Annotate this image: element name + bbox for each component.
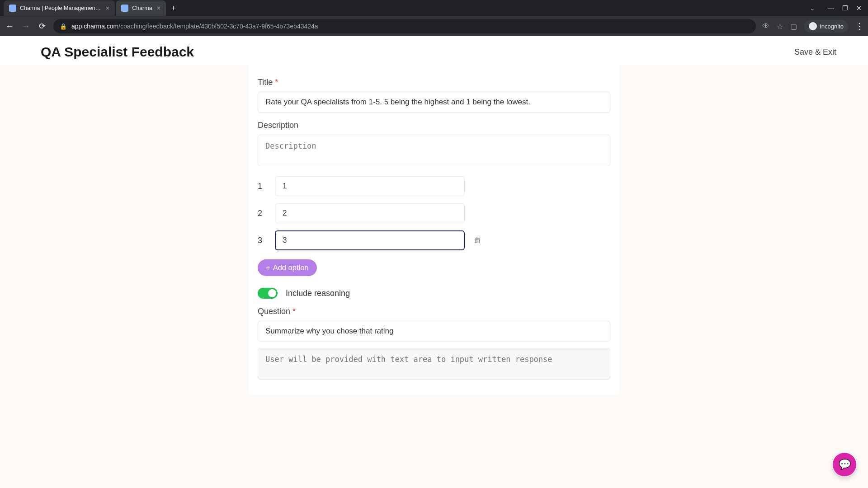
- delete-option-icon[interactable]: 🗑: [474, 236, 481, 245]
- option-row: 2: [258, 203, 610, 223]
- eye-off-icon[interactable]: 👁: [762, 22, 769, 30]
- browser-tab[interactable]: Charma ×: [116, 0, 166, 16]
- install-icon[interactable]: ▢: [790, 22, 797, 31]
- url-path: /coaching/feedback/template/430bf502-3c7…: [118, 23, 318, 30]
- incognito-badge[interactable]: Incognito: [804, 20, 848, 33]
- description-label: Description: [258, 121, 610, 130]
- browser-tab[interactable]: Charma | People Management S ×: [4, 0, 115, 16]
- chat-icon: 💬: [839, 459, 851, 470]
- tab-bar: Charma | People Management S × Charma × …: [0, 0, 868, 16]
- url-input[interactable]: 🔒 app.charma.com/coaching/feedback/templ…: [53, 19, 756, 33]
- include-reasoning-toggle[interactable]: [258, 288, 278, 299]
- title-label: Title *: [258, 78, 610, 87]
- tab-title: Charma: [132, 5, 152, 11]
- save-exit-button[interactable]: Save & Exit: [794, 47, 836, 57]
- minimize-button[interactable]: —: [828, 5, 834, 12]
- favicon-icon: [9, 5, 16, 12]
- address-bar: ← → ⟳ 🔒 app.charma.com/coaching/feedback…: [0, 16, 868, 36]
- toggle-knob: [268, 289, 276, 297]
- option-input[interactable]: [275, 176, 465, 196]
- page-title: QA Specialist Feedback: [41, 44, 194, 60]
- browser-right-icons: 👁 ☆ ▢ Incognito ⋮: [762, 20, 863, 33]
- chat-fab[interactable]: 💬: [833, 453, 856, 476]
- tabs-dropdown-icon[interactable]: ⌄: [810, 5, 815, 12]
- plus-icon: +: [266, 263, 270, 272]
- close-window-button[interactable]: ✕: [856, 5, 862, 12]
- form-canvas: Title * Description 1 2 3 🗑 + Add opt: [0, 65, 868, 488]
- title-input[interactable]: [258, 92, 610, 113]
- forward-button[interactable]: →: [21, 22, 31, 31]
- option-row: 1: [258, 176, 610, 196]
- option-number: 3: [258, 236, 266, 245]
- url-host: app.charma.com: [71, 23, 118, 30]
- response-preview: [258, 348, 610, 380]
- new-tab-button[interactable]: +: [167, 4, 181, 13]
- app-header: QA Specialist Feedback Save & Exit: [0, 36, 868, 65]
- bookmark-icon[interactable]: ☆: [777, 22, 783, 31]
- favicon-icon: [121, 5, 128, 12]
- add-option-label: Add option: [273, 263, 309, 272]
- option-input[interactable]: [275, 230, 465, 250]
- description-input[interactable]: [258, 135, 610, 166]
- browser-menu-icon[interactable]: ⋮: [855, 21, 863, 31]
- option-input[interactable]: [275, 203, 465, 223]
- window-controls: ⌄ — ❐ ✕: [810, 5, 868, 12]
- option-number: 1: [258, 182, 266, 191]
- required-indicator: *: [275, 78, 278, 87]
- question-input[interactable]: [258, 321, 610, 342]
- add-option-button[interactable]: + Add option: [258, 259, 317, 276]
- lock-icon: 🔒: [60, 23, 67, 30]
- option-row: 3 🗑: [258, 230, 610, 250]
- close-tab-icon[interactable]: ×: [157, 5, 160, 12]
- incognito-icon: [809, 22, 817, 30]
- close-tab-icon[interactable]: ×: [106, 5, 109, 12]
- question-card: Title * Description 1 2 3 🗑 + Add opt: [249, 65, 619, 395]
- maximize-button[interactable]: ❐: [842, 5, 848, 12]
- tab-title: Charma | People Management S: [20, 5, 101, 11]
- browser-chrome: Charma | People Management S × Charma × …: [0, 0, 868, 36]
- back-button[interactable]: ←: [5, 22, 14, 31]
- incognito-label: Incognito: [820, 23, 844, 30]
- option-number: 2: [258, 209, 266, 218]
- include-reasoning-row: Include reasoning: [258, 288, 610, 299]
- include-reasoning-label: Include reasoning: [286, 289, 350, 298]
- required-indicator: *: [292, 307, 296, 316]
- reload-button[interactable]: ⟳: [37, 21, 47, 31]
- question-label: Question *: [258, 307, 610, 316]
